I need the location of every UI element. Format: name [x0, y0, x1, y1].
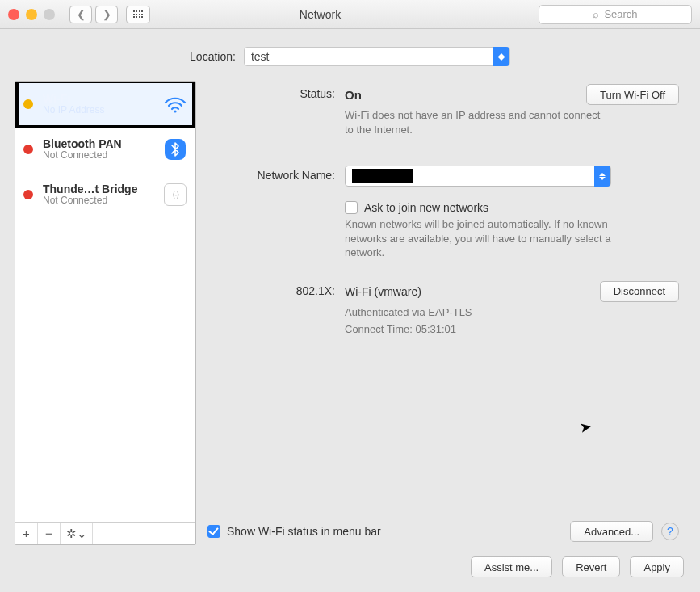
location-row: Location: test [0, 29, 700, 81]
show-in-menubar-checkbox[interactable] [207, 525, 220, 538]
ask-to-join-subtext: Known networks will be joined automatica… [345, 217, 611, 260]
dot1x-connect-time: Connect Time: 05:31:01 [345, 322, 611, 337]
network-name-label: Network Name: [207, 166, 345, 182]
assist-me-button[interactable]: Assist me... [471, 556, 552, 577]
bluetooth-icon [163, 137, 187, 162]
status-value: On [345, 88, 362, 102]
annotation-highlight [15, 82, 195, 128]
show-in-menubar-label: Show Wi-Fi status in menu bar [227, 525, 381, 538]
dot1x-label: 802.1X: [207, 281, 345, 297]
apply-button[interactable]: Apply [630, 556, 684, 577]
dot1x-disconnect-button[interactable]: Disconnect [600, 281, 679, 302]
status-dot-icon [23, 190, 33, 199]
status-label: Status: [207, 84, 345, 100]
search-input[interactable]: ⌕ Search [539, 5, 692, 24]
dot1x-profile-name: Wi-Fi (vmware) [345, 285, 421, 298]
bottom-button-bar: Assist me... Revert Apply [0, 545, 700, 592]
interface-name: Bluetooth PAN [43, 137, 163, 150]
interface-sidebar: Wi-Fi No IP Address [15, 81, 196, 545]
interface-item-bluetooth-pan[interactable]: Bluetooth PAN Not Connected [15, 127, 195, 172]
advanced-button[interactable]: Advanced... [570, 521, 653, 542]
dropdown-stepper-icon [493, 47, 509, 66]
ask-to-join-label: Ask to join new networks [364, 201, 488, 214]
interface-item-thunderbolt-bridge[interactable]: Thunde…t Bridge Not Connected ⟨··⟩ [15, 172, 195, 217]
dropdown-stepper-icon [594, 166, 610, 187]
dot1x-auth-text: Authenticated via EAP-TLS [345, 305, 611, 320]
status-dot-icon [23, 145, 33, 154]
interface-name: Thunde…t Bridge [43, 183, 163, 195]
minimize-window-button[interactable] [26, 9, 37, 20]
add-interface-button[interactable]: + [15, 523, 38, 544]
back-button[interactable]: ❮ [69, 6, 92, 23]
titlebar: ❮ ❯ Network ⌕ Search [0, 0, 700, 29]
remove-interface-button[interactable]: − [38, 523, 61, 544]
window-controls [8, 9, 55, 20]
sidebar-footer: + − ✲⌄ [15, 522, 195, 544]
window-title: Network [110, 8, 530, 21]
close-window-button[interactable] [8, 9, 19, 20]
help-button[interactable]: ? [661, 523, 679, 540]
interface-item-wifi[interactable]: Wi-Fi No IP Address [15, 82, 195, 127]
search-placeholder: Search [604, 8, 637, 20]
ask-to-join-checkbox[interactable] [345, 201, 358, 214]
detail-pane: Status: On Turn Wi-Fi Off Wi-Fi does not… [207, 81, 685, 545]
location-select[interactable]: test [244, 47, 510, 66]
network-name-value-redacted [352, 169, 413, 183]
revert-button[interactable]: Revert [562, 556, 620, 577]
zoom-window-button[interactable] [44, 9, 55, 20]
location-label: Location: [190, 50, 236, 63]
location-value: test [251, 50, 270, 63]
wifi-toggle-button[interactable]: Turn Wi-Fi Off [586, 84, 679, 105]
thunderbolt-bridge-icon: ⟨··⟩ [163, 183, 187, 207]
interface-status: Not Connected [43, 195, 163, 207]
search-icon: ⌕ [593, 8, 599, 20]
interface-actions-menu[interactable]: ✲⌄ [61, 523, 93, 544]
interface-status: Not Connected [43, 150, 163, 162]
network-name-select[interactable] [345, 166, 611, 187]
status-subtext: Wi-Fi does not have an IP address and ca… [345, 108, 611, 136]
